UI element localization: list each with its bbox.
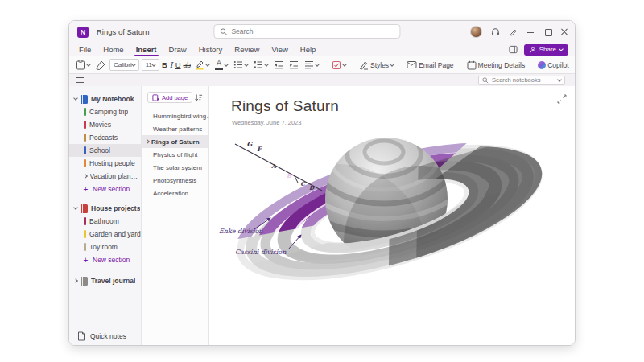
section-toy-room[interactable]: Toy room [69,241,141,253]
section-color-swatch [84,217,86,225]
numbered-list-button[interactable] [252,60,270,70]
increase-indent-button[interactable] [287,60,300,70]
sort-pages-icon[interactable] [194,93,203,102]
notebook-my-notebook[interactable]: My Notebook [69,93,141,105]
meeting-details-button[interactable]: Meeting Details [465,60,527,71]
add-page-label: Add page [162,94,188,101]
bold-button[interactable]: B [162,60,167,69]
share-button[interactable]: Share [524,44,568,56]
strikethrough-button[interactable]: ab [184,61,191,69]
font-name-select[interactable]: Calibri [109,59,139,71]
styles-pen-icon [359,60,369,70]
clipboard-icon [76,60,85,70]
page-item[interactable]: Physics of flight [142,148,208,161]
bullet-list-icon [233,60,243,69]
expand-canvas-icon[interactable] [557,94,567,104]
section-bathroom[interactable]: Bathroom [69,215,141,228]
tab-view[interactable]: View [271,45,287,54]
tab-history[interactable]: History [199,45,223,54]
new-section-button[interactable]: + New section [69,183,141,195]
quick-notes-button[interactable]: Quick notes [69,327,141,345]
format-painter-button[interactable] [94,60,107,71]
section-hosting-people[interactable]: Hosting people [69,157,141,170]
content-area: My Notebook Camping trip Movies Podcasts… [69,86,575,345]
section-podcasts[interactable]: Podcasts [69,131,141,144]
chevron-down-icon [73,96,78,101]
align-button[interactable] [303,60,320,70]
page-item-selected[interactable]: Rings of Saturn [142,135,208,148]
styles-chevron-icon [390,62,394,67]
copilot-button[interactable]: Copilot [536,60,570,70]
format-painter-icon [96,60,105,70]
font-name-value: Calibri [114,61,132,68]
page-item[interactable]: The solar system [142,161,208,174]
styles-button[interactable]: Styles [357,60,395,71]
notebook-travel-journal[interactable]: Travel journal [69,274,141,287]
titlebar: N Rings of Saturn Search [69,21,575,43]
headset-icon[interactable] [491,27,500,36]
email-page-button[interactable]: Email Page [405,60,455,70]
section-school-selected[interactable]: School [69,144,141,157]
side-panel-icon[interactable] [509,45,518,54]
page-title[interactable]: Rings of Saturn [231,97,339,115]
ring-label-g: G [247,140,254,148]
pen-mode-icon[interactable] [509,27,518,36]
toolbar-overflow-button[interactable]: … [573,61,576,69]
section-movies[interactable]: Movies [69,118,141,131]
page-canvas[interactable]: Rings of Saturn Wednesday, June 7, 2023 [209,86,575,345]
copilot-icon [538,61,546,69]
navigation-strip: Search notebooks [69,74,575,86]
paste-button[interactable] [74,59,92,71]
chevron-right-icon [83,174,88,179]
underline-button[interactable]: U [175,60,181,69]
chevron-down-icon [73,205,78,210]
notebook-icon [80,95,88,104]
close-button[interactable] [560,28,568,36]
tab-review[interactable]: Review [234,45,259,54]
chevron-right-icon [145,139,150,144]
page-item[interactable]: Weather patterns [142,122,208,135]
section-garden-and-yard[interactable]: Garden and yard [69,228,141,241]
quick-notes-page-icon [77,331,85,341]
decrease-indent-icon [274,60,283,69]
saturn-figure-image[interactable]: G F A B C D Enke division Cassini divisi… [217,128,572,329]
notebook-icon [80,204,88,213]
tab-home[interactable]: Home [103,45,123,54]
tab-insert[interactable]: Insert [136,45,157,54]
maximize-button[interactable] [543,28,551,36]
tab-help[interactable]: Help [300,45,316,54]
ring-label-d: D [309,184,315,191]
section-camping-trip[interactable]: Camping trip [69,105,141,118]
calendar-icon [467,60,477,70]
decrease-indent-button[interactable] [272,60,285,70]
page-item[interactable]: Photosynthesis [142,174,208,187]
search-box[interactable]: Search [213,24,400,39]
notebook-search-box[interactable]: Search notebooks [478,76,565,85]
tab-draw[interactable]: Draw [169,45,187,54]
highlighter-button[interactable] [193,59,211,71]
notebook-house-projects[interactable]: House projects [69,202,141,215]
minimize-button[interactable] [526,28,535,36]
font-color-button[interactable]: A [213,59,229,71]
todo-tag-button[interactable] [330,60,348,71]
add-page-button[interactable]: Add page [147,92,192,103]
account-avatar[interactable] [470,26,482,38]
section-color-swatch [84,146,86,154]
section-color-swatch [84,230,86,238]
section-color-swatch [84,121,86,129]
italic-button[interactable]: I [170,60,173,69]
ring-label-a: A [270,162,276,170]
new-section-button[interactable]: + New section [69,253,141,266]
add-page-icon [152,94,159,101]
numbered-list-chevron-icon [264,62,269,67]
page-item[interactable]: Hummingbird wing… [142,109,208,122]
nav-toggle-hamburger-icon[interactable] [76,77,84,83]
tab-file[interactable]: File [79,45,91,54]
bullet-list-button[interactable] [232,60,250,70]
page-item[interactable]: Acceleration [142,187,208,200]
font-size-select[interactable]: 11 [142,59,159,71]
share-label: Share [539,46,556,53]
copilot-label: Copilot [547,61,568,69]
section-group-vacation-planning[interactable]: Vacation planning [69,170,141,183]
notebook-search-placeholder: Search notebooks [492,76,555,84]
